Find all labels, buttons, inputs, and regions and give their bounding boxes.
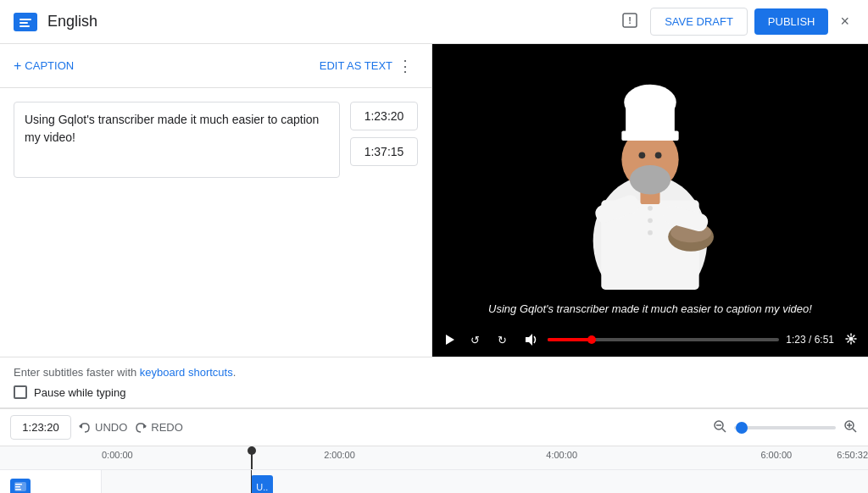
pause-while-typing-checkbox[interactable] bbox=[14, 385, 27, 399]
main-content: + CAPTION EDIT AS TEXT ⋮ Using Gqlot's t… bbox=[0, 44, 868, 357]
redo-button[interactable]: REDO bbox=[134, 421, 183, 435]
keyboard-shortcuts-link[interactable]: keyboard shortcuts bbox=[140, 366, 233, 379]
rewind-button[interactable]: ↺ bbox=[466, 330, 487, 350]
svg-point-17 bbox=[624, 84, 676, 119]
timeline-area: 1:23:20 UNDO REDO 0 bbox=[0, 408, 868, 493]
alert-button[interactable]: ! bbox=[616, 7, 643, 36]
video-panel: Using Gqlot's transcriber made it much e… bbox=[432, 44, 868, 357]
save-draft-button[interactable]: SAVE DRAFT bbox=[650, 8, 748, 36]
left-panel: + CAPTION EDIT AS TEXT ⋮ Using Gqlot's t… bbox=[0, 44, 432, 357]
app-logo bbox=[14, 13, 37, 31]
svg-line-35 bbox=[853, 429, 856, 432]
svg-point-18 bbox=[639, 152, 646, 158]
ruler-mark-6: 6:00:00 bbox=[760, 450, 792, 460]
svg-marker-30 bbox=[143, 424, 147, 429]
video-display: Using Gqlot's transcriber made it much e… bbox=[432, 44, 868, 323]
svg-rect-40 bbox=[15, 486, 20, 488]
svg-point-10 bbox=[648, 218, 653, 223]
ruler-mark-4: 4:00:00 bbox=[546, 450, 577, 460]
caption-block[interactable]: U... bbox=[251, 475, 272, 493]
zoom-in-button[interactable] bbox=[843, 418, 858, 436]
svg-rect-16 bbox=[621, 130, 678, 141]
edit-as-text-button[interactable]: EDIT AS TEXT bbox=[320, 59, 392, 72]
track-content: U... // Generate waveform bars bbox=[102, 470, 868, 493]
timeline-tracks: ♪ U... bbox=[0, 470, 868, 493]
forward-button[interactable]: ↻ bbox=[493, 330, 514, 350]
svg-point-14 bbox=[630, 164, 670, 194]
svg-text:↻: ↻ bbox=[498, 334, 507, 346]
svg-point-19 bbox=[655, 152, 662, 158]
play-button[interactable] bbox=[439, 330, 459, 350]
progress-dot bbox=[587, 335, 596, 344]
video-settings-button[interactable] bbox=[841, 329, 861, 352]
zoom-dot[interactable] bbox=[736, 422, 748, 434]
zoom-out-button[interactable] bbox=[712, 418, 727, 436]
more-options-button[interactable]: ⋮ bbox=[392, 57, 418, 75]
caption-track: U... bbox=[102, 470, 868, 493]
svg-marker-24 bbox=[446, 335, 454, 345]
timeline-time-display[interactable]: 1:23:20 bbox=[10, 415, 71, 440]
progress-fill bbox=[548, 338, 592, 341]
subtitle-text: Using Gqlot's transcriber made it much e… bbox=[488, 302, 812, 315]
undo-button[interactable]: UNDO bbox=[78, 421, 127, 435]
header-actions: ! SAVE DRAFT PUBLISH × bbox=[616, 7, 854, 36]
svg-marker-27 bbox=[526, 334, 532, 346]
page-title: English bbox=[47, 13, 616, 30]
caption-editor-row: Using Gqlot's transcriber made it much e… bbox=[0, 88, 431, 191]
add-caption-label: CAPTION bbox=[25, 59, 74, 72]
info-bar: Enter subtitles faster with keyboard sho… bbox=[0, 357, 868, 408]
video-controls-bar: ↺ ↻ 1:23 / 6:51 bbox=[432, 323, 868, 357]
start-time-input[interactable]: 1:23:20 bbox=[350, 102, 418, 130]
caption-block-text: U... bbox=[256, 482, 267, 492]
video-time-display: 1:23 / 6:51 bbox=[786, 334, 834, 346]
svg-text:!: ! bbox=[628, 15, 632, 25]
plus-icon: + bbox=[14, 58, 21, 74]
subtitle-overlay: Using Gqlot's transcriber made it much e… bbox=[432, 294, 868, 323]
app-header: English ! SAVE DRAFT PUBLISH × bbox=[0, 0, 868, 44]
svg-line-32 bbox=[722, 429, 726, 432]
caption-text-input[interactable]: Using Gqlot's transcriber made it much e… bbox=[14, 102, 340, 178]
caption-track-label bbox=[0, 470, 101, 493]
svg-rect-39 bbox=[15, 484, 22, 485]
progress-bar[interactable] bbox=[548, 338, 779, 341]
add-caption-button[interactable]: + CAPTION bbox=[14, 58, 74, 74]
ruler-mark-2: 2:00:00 bbox=[324, 450, 355, 460]
publish-button[interactable]: PUBLISH bbox=[754, 8, 829, 35]
svg-rect-3 bbox=[19, 25, 30, 27]
svg-point-9 bbox=[648, 205, 653, 210]
pause-label: Pause while typing bbox=[34, 386, 125, 399]
svg-rect-1 bbox=[19, 19, 31, 20]
caption-track-icon bbox=[10, 479, 31, 494]
time-fields: 1:23:20 1:37:15 bbox=[350, 102, 418, 166]
track-labels: ♪ bbox=[0, 470, 102, 493]
timeline-toolbar: 1:23:20 UNDO REDO bbox=[0, 409, 868, 446]
timeline-ruler: 0:00:00 2:00:00 4:00:00 6:00:00 6:50:32 bbox=[0, 446, 868, 470]
svg-rect-2 bbox=[19, 22, 28, 24]
info-text-before: Enter subtitles faster with bbox=[14, 366, 140, 379]
close-button[interactable]: × bbox=[835, 8, 854, 36]
svg-point-11 bbox=[648, 230, 653, 235]
ruler-mark-0: 0:00:00 bbox=[102, 450, 133, 460]
svg-marker-29 bbox=[79, 424, 82, 429]
info-text-after: . bbox=[233, 366, 236, 379]
pause-row: Pause while typing bbox=[14, 385, 854, 399]
end-time-input[interactable]: 1:37:15 bbox=[350, 137, 418, 166]
video-thumbnail bbox=[565, 78, 735, 290]
caption-toolbar: + CAPTION EDIT AS TEXT ⋮ bbox=[0, 44, 431, 88]
zoom-slider[interactable] bbox=[734, 426, 836, 429]
ruler-mark-end: 6:50:32 bbox=[837, 450, 868, 460]
svg-point-28 bbox=[849, 336, 854, 341]
svg-text:↺: ↺ bbox=[470, 334, 480, 346]
redo-label: REDO bbox=[151, 421, 183, 434]
volume-button[interactable] bbox=[520, 330, 541, 350]
svg-rect-41 bbox=[15, 489, 21, 490]
info-text: Enter subtitles faster with keyboard sho… bbox=[14, 366, 854, 379]
zoom-controls bbox=[712, 418, 858, 436]
undo-label: UNDO bbox=[95, 421, 127, 434]
